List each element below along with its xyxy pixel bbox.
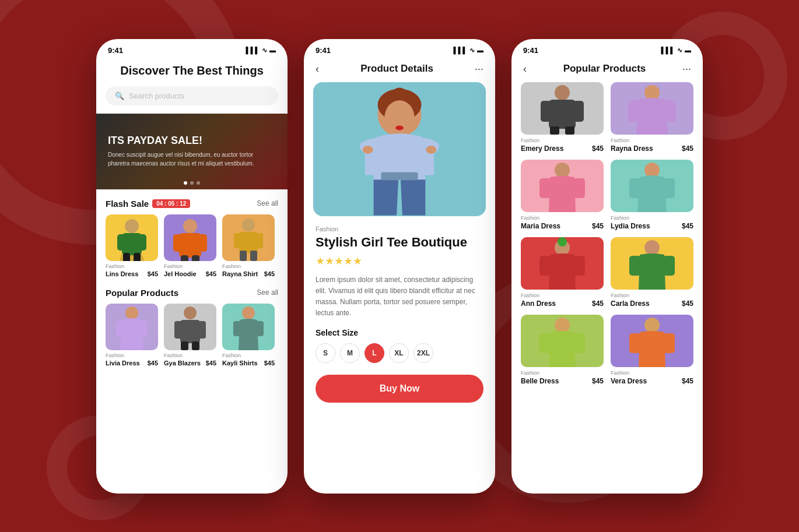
size-l[interactable]: L <box>365 343 384 363</box>
svg-point-1 <box>125 219 139 233</box>
pop-card-4[interactable]: Fashion Lydia Dress $45 <box>611 160 693 230</box>
flash-product-img-3 <box>222 214 275 261</box>
pop-price-4: $45 <box>682 222 693 230</box>
popular-name-1: Livia Dress <box>106 360 140 367</box>
status-icons-1: ▌▌▌ ∿ ▬ <box>246 47 276 54</box>
svg-rect-26 <box>181 341 188 350</box>
svg-rect-14 <box>239 232 258 253</box>
product-name: Stylish Girl Tee Boutique <box>316 235 483 250</box>
svg-rect-18 <box>250 251 257 261</box>
pop-img-6 <box>611 237 693 290</box>
signal-icon-1: ▌▌▌ <box>246 47 260 54</box>
pop-info-8: Vera Dress $45 <box>611 377 693 385</box>
more-button-3[interactable]: ··· <box>682 63 691 75</box>
svg-rect-9 <box>173 234 183 252</box>
size-s[interactable]: S <box>316 343 335 363</box>
svg-rect-60 <box>663 256 675 276</box>
pop-info-4: Lydia Dress $45 <box>611 222 693 230</box>
flash-timer: 04 : 05 : 12 <box>152 199 190 208</box>
popular-price-3: $45 <box>264 360 275 367</box>
pop-card-5[interactable]: Fashion Ann Dress $45 <box>521 237 604 308</box>
flash-product-price-1: $45 <box>148 270 158 277</box>
pop-card-6[interactable]: Fashion Carla Dress $45 <box>611 237 693 308</box>
size-2xl[interactable]: 2XL <box>413 343 433 363</box>
svg-rect-63 <box>573 333 585 353</box>
pop-img-2 <box>611 82 693 135</box>
popular-product-1[interactable]: Fashion Livia Dress $45 <box>106 304 158 367</box>
svg-rect-56 <box>573 256 585 276</box>
back-button[interactable]: ‹ <box>316 63 319 75</box>
status-bar-1: 9:41 ▌▌▌ ∿ ▬ <box>96 39 288 58</box>
pop-info-6: Carla Dress $45 <box>611 300 693 308</box>
pop-name-3: Maria Dress <box>521 222 560 230</box>
pop-price-3: $45 <box>592 222 604 230</box>
flash-product-price-3: $45 <box>264 270 275 277</box>
svg-rect-46 <box>628 101 640 122</box>
popular-product-2[interactable]: Fashion Gya Blazers $45 <box>164 304 216 367</box>
pop-card-8[interactable]: Fashion Vera Dress $45 <box>611 315 693 385</box>
svg-rect-59 <box>629 256 641 276</box>
svg-rect-10 <box>198 234 207 252</box>
svg-rect-62 <box>539 333 551 353</box>
svg-point-61 <box>555 318 570 333</box>
back-button-3[interactable]: ‹ <box>523 63 527 75</box>
product-hero-image <box>313 82 486 216</box>
dot-2[interactable] <box>190 181 194 185</box>
flash-sale-label: Flash Sale <box>106 199 149 209</box>
product-description: Lorem ipsum dolor sit amet, consectetur … <box>316 274 483 319</box>
search-bar[interactable]: 🔍 Search products <box>106 86 278 105</box>
svg-rect-29 <box>233 321 241 336</box>
flash-product-2[interactable]: Fashion Jel Hoodie $45 <box>164 214 216 277</box>
svg-point-28 <box>242 306 255 319</box>
popular-product-3[interactable]: Fashion Kayli Shirts $45 <box>222 304 275 367</box>
svg-point-48 <box>555 163 570 178</box>
pop-label-6: Fashion <box>611 293 693 298</box>
svg-rect-40 <box>549 100 576 129</box>
svg-rect-24 <box>174 321 183 339</box>
pop-label-3: Fashion <box>521 215 604 221</box>
pop-price-1: $45 <box>592 145 604 153</box>
popular-name-3: Kayli Shirts <box>222 360 258 367</box>
popular-category-3: Fashion <box>222 353 275 358</box>
flash-product-3[interactable]: Fashion Rayna Shirt $45 <box>222 214 275 277</box>
pop-card-2[interactable]: Fashion Rayna Dress $45 <box>611 82 693 153</box>
svg-point-36 <box>363 146 373 154</box>
dot-1[interactable] <box>184 181 187 185</box>
flash-product-1[interactable]: Fashion Lins Dress $45 <box>106 214 158 277</box>
more-button-2[interactable]: ··· <box>475 63 483 75</box>
pop-info-3: Maria Dress $45 <box>521 222 604 230</box>
svg-rect-50 <box>573 178 585 198</box>
svg-rect-21 <box>140 321 148 337</box>
pop-name-4: Lydia Dress <box>611 222 650 230</box>
status-icons-3: ▌▌▌ ∿ ▬ <box>661 47 691 54</box>
svg-rect-25 <box>198 321 206 339</box>
sizes-row: S M L XL 2XL <box>316 343 483 363</box>
svg-rect-53 <box>663 178 675 198</box>
popular-product-img-1 <box>106 304 158 350</box>
p3-nav: ‹ Popular Products ··· <box>511 58 703 82</box>
pop-price-6: $45 <box>682 300 693 308</box>
svg-rect-17 <box>240 251 247 261</box>
svg-rect-30 <box>256 321 264 336</box>
flash-see-all[interactable]: See all <box>257 199 278 207</box>
size-xl[interactable]: XL <box>389 343 409 363</box>
buy-now-button[interactable]: Buy Now <box>316 375 483 403</box>
status-time-1: 9:41 <box>108 46 123 55</box>
flash-product-name-3: Rayna Shirt <box>222 270 258 277</box>
wifi-icon-1: ∿ <box>262 47 267 54</box>
flash-product-price-2: $45 <box>206 270 216 277</box>
svg-rect-27 <box>192 341 199 350</box>
svg-point-13 <box>242 219 255 231</box>
pop-card-3[interactable]: Fashion Maria Dress $45 <box>521 160 604 230</box>
pop-card-1[interactable]: Fashion Emery Dress $45 <box>521 82 604 153</box>
popular-info-2: Gya Blazers $45 <box>164 360 216 367</box>
pop-label-2: Fashion <box>611 138 693 143</box>
dot-3[interactable] <box>197 181 200 185</box>
svg-rect-49 <box>539 178 551 198</box>
pop-card-7[interactable]: Fashion Belle Dress $45 <box>521 315 604 385</box>
pop-img-3 <box>521 160 604 212</box>
popular-see-all[interactable]: See all <box>257 288 278 297</box>
select-size-label: Select Size <box>316 328 483 337</box>
flash-product-category-3: Fashion <box>222 263 275 269</box>
size-m[interactable]: M <box>340 343 360 363</box>
